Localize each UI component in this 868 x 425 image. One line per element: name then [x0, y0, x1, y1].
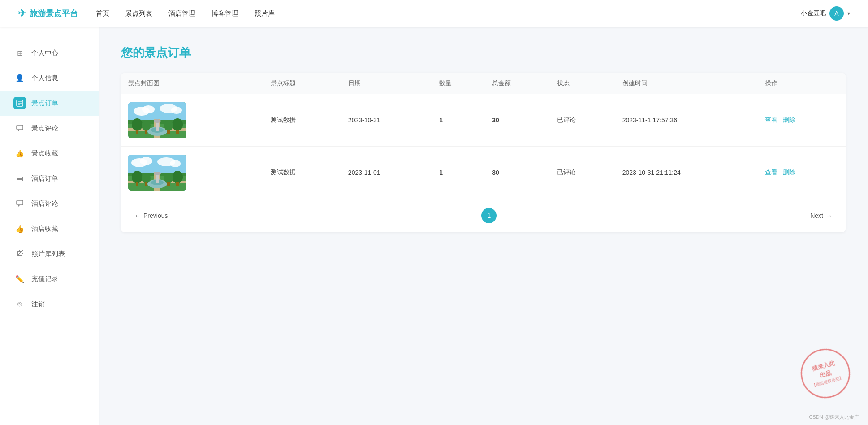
sidebar-item-hotel-order[interactable]: 🛏 酒店订单 [0, 166, 99, 191]
cell-total-1: 30 [485, 94, 550, 147]
logout-icon: ⎋ [13, 298, 26, 310]
next-label: Next [810, 212, 823, 219]
username: 小金豆吧 [801, 9, 826, 17]
svg-rect-24 [176, 130, 179, 134]
svg-point-31 [170, 160, 181, 167]
cell-date-1: 2023-10-31 [341, 94, 432, 147]
sidebar-item-hotel-collect[interactable]: 👍 酒店收藏 [0, 216, 99, 241]
cell-quantity-1: 1 [432, 94, 485, 147]
cell-status-2: 已评论 [550, 147, 615, 199]
col-total: 总金额 [485, 73, 550, 94]
cell-cover-1 [121, 94, 263, 147]
arrow-left-icon: ← [134, 212, 141, 219]
thumbsup-icon: 👍 [13, 147, 26, 160]
sidebar-label-attraction-collect: 景点收藏 [31, 149, 58, 158]
cell-date-2: 2023-11-01 [341, 147, 432, 199]
person-icon: 👤 [13, 72, 26, 84]
sidebar-item-photo-list[interactable]: 🖼 照片库列表 [0, 241, 99, 266]
page-1-button[interactable]: 1 [481, 208, 497, 223]
logo-text: 旅游景点平台 [30, 8, 78, 19]
grid-icon: ⊞ [13, 47, 26, 59]
svg-point-42 [142, 173, 151, 183]
hotel-comment-icon [13, 197, 26, 210]
sidebar-label-hotel-order: 酒店订单 [31, 174, 58, 183]
prev-label: Previous [143, 212, 168, 219]
logo-icon: ✈ [18, 8, 26, 19]
sidebar-item-personal-center[interactable]: ⊞ 个人中心 [0, 40, 99, 65]
cell-title-2: 测试数据 [263, 147, 341, 199]
next-button[interactable]: Next → [810, 212, 832, 219]
thumbnail-2 [128, 155, 186, 191]
nav-hotel-manage[interactable]: 酒店管理 [168, 9, 195, 18]
svg-point-8 [142, 105, 155, 113]
svg-point-39 [154, 172, 161, 175]
sidebar-label-personal-info: 个人信息 [31, 74, 58, 82]
avatar: A [829, 6, 844, 21]
col-title: 景点标题 [263, 73, 341, 94]
user-menu[interactable]: 小金豆吧 A ▾ [801, 6, 850, 21]
main-content: 您的景点订单 景点封面图 景点标题 日期 数量 总金额 状态 创建时间 操作 [99, 27, 868, 425]
orders-table-wrapper: 景点封面图 景点标题 日期 数量 总金额 状态 创建时间 操作 [121, 73, 846, 232]
svg-rect-41 [136, 182, 138, 186]
pagination: ← Previous 1 Next → [121, 199, 846, 232]
svg-point-40 [132, 171, 143, 183]
svg-rect-26 [167, 130, 170, 134]
sidebar-item-hotel-comment[interactable]: 酒店评论 [0, 191, 99, 216]
header: ✈ 旅游景点平台 首页 景点列表 酒店管理 博客管理 照片库 小金豆吧 A ▾ [0, 0, 868, 27]
cell-status-1: 已评论 [550, 94, 615, 147]
svg-rect-47 [167, 182, 170, 186]
col-action: 操作 [758, 73, 846, 94]
svg-rect-22 [145, 130, 147, 134]
sidebar-label-photo-list: 照片库列表 [31, 250, 65, 258]
cell-quantity-2: 1 [432, 147, 485, 199]
svg-point-18 [154, 119, 161, 123]
recharge-icon: ✏️ [13, 273, 26, 285]
sidebar-item-attraction-comment[interactable]: 景点评论 [0, 116, 99, 141]
sidebar-item-personal-info[interactable]: 👤 个人信息 [0, 65, 99, 91]
cell-action-1: 查看 删除 [758, 94, 846, 147]
table-row: 测试数据 2023-10-31 1 30 已评论 2023-11-1 17:57… [121, 94, 846, 147]
delete-link-1[interactable]: 删除 [783, 116, 795, 123]
hotel-thumbsup-icon: 👍 [13, 222, 26, 235]
nav-photo-lib[interactable]: 照片库 [255, 9, 275, 18]
sidebar-label-logout: 注销 [31, 300, 45, 308]
sidebar-item-recharge[interactable]: ✏️ 充值记录 [0, 266, 99, 291]
svg-rect-20 [136, 130, 138, 134]
table-row: 测试数据 2023-11-01 1 30 已评论 2023-10-31 21:1… [121, 147, 846, 199]
svg-point-46 [164, 173, 173, 183]
col-cover: 景点封面图 [121, 73, 263, 94]
thumbnail-1 [128, 102, 186, 138]
nav-home[interactable]: 首页 [96, 9, 109, 18]
svg-rect-43 [145, 182, 147, 186]
col-quantity: 数量 [432, 73, 485, 94]
logo[interactable]: ✈ 旅游景点平台 [18, 8, 78, 19]
table-header-row: 景点封面图 景点标题 日期 数量 总金额 状态 创建时间 操作 [121, 73, 846, 94]
sidebar-item-attraction-collect[interactable]: 👍 景点收藏 [0, 141, 99, 166]
nav-attraction-list[interactable]: 景点列表 [125, 9, 152, 18]
svg-point-19 [132, 118, 143, 131]
cell-created-1: 2023-11-1 17:57:36 [615, 94, 758, 147]
delete-link-2[interactable]: 删除 [783, 169, 795, 176]
main-nav: 首页 景点列表 酒店管理 博客管理 照片库 [96, 9, 801, 18]
sidebar-label-hotel-collect: 酒店收藏 [31, 225, 58, 233]
svg-rect-5 [17, 200, 23, 205]
comment-icon [13, 122, 26, 134]
cell-cover-2 [121, 147, 263, 199]
sidebar-item-logout[interactable]: ⎋ 注销 [0, 291, 99, 317]
svg-point-10 [171, 107, 182, 114]
cell-action-2: 查看 删除 [758, 147, 846, 199]
sidebar-item-attraction-order[interactable]: 景点订单 [0, 91, 99, 116]
svg-point-44 [172, 171, 183, 183]
col-status: 状态 [550, 73, 615, 94]
col-created: 创建时间 [615, 73, 758, 94]
page-title: 您的景点订单 [121, 45, 846, 61]
prev-button[interactable]: ← Previous [134, 212, 168, 219]
bed-icon: 🛏 [13, 172, 26, 185]
pagination-numbers: 1 [481, 208, 497, 223]
sidebar: ⊞ 个人中心 👤 个人信息 景点订单 [0, 27, 99, 425]
nav-blog-manage[interactable]: 博客管理 [212, 9, 238, 18]
view-link-1[interactable]: 查看 [765, 116, 777, 123]
svg-point-25 [164, 120, 173, 131]
view-link-2[interactable]: 查看 [765, 169, 777, 176]
svg-rect-45 [176, 182, 179, 186]
